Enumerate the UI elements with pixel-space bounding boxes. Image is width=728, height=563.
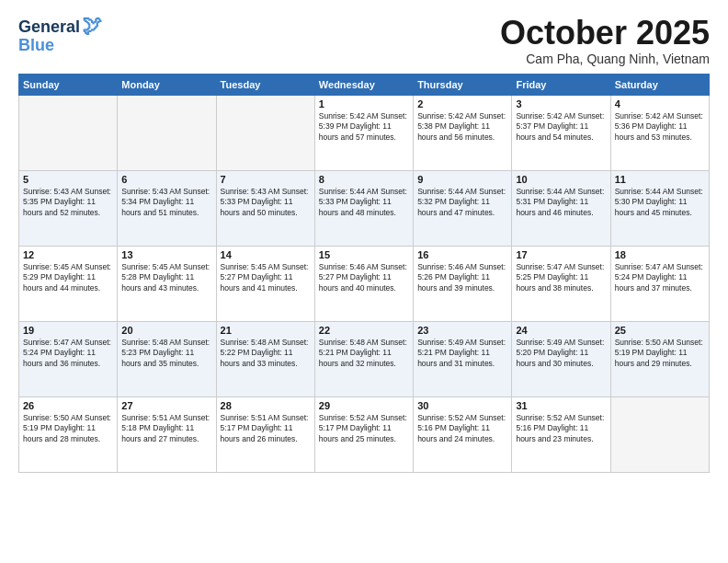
calendar: SundayMondayTuesdayWednesdayThursdayFrid… <box>18 74 710 473</box>
day-cell: 10Sunrise: 5:44 AM Sunset: 5:31 PM Dayli… <box>512 170 610 246</box>
day-number: 25 <box>615 325 705 336</box>
day-cell: 3Sunrise: 5:42 AM Sunset: 5:37 PM Daylig… <box>512 95 610 170</box>
day-cell <box>216 95 314 170</box>
day-info: Sunrise: 5:51 AM Sunset: 5:18 PM Dayligh… <box>121 413 211 446</box>
day-cell: 14Sunrise: 5:45 AM Sunset: 5:27 PM Dayli… <box>216 246 314 321</box>
day-info: Sunrise: 5:46 AM Sunset: 5:26 PM Dayligh… <box>417 262 507 295</box>
day-number: 17 <box>516 249 606 260</box>
day-number: 28 <box>221 400 311 411</box>
day-info: Sunrise: 5:44 AM Sunset: 5:32 PM Dayligh… <box>417 187 507 220</box>
header: General🕊 Blue October 2025 Cam Pha, Quan… <box>18 15 710 66</box>
day-number: 9 <box>417 174 507 185</box>
day-cell: 22Sunrise: 5:48 AM Sunset: 5:21 PM Dayli… <box>314 321 413 396</box>
day-info: Sunrise: 5:51 AM Sunset: 5:17 PM Dayligh… <box>221 413 311 446</box>
day-cell: 16Sunrise: 5:46 AM Sunset: 5:26 PM Dayli… <box>414 246 512 321</box>
day-info: Sunrise: 5:48 AM Sunset: 5:21 PM Dayligh… <box>319 338 409 371</box>
day-info: Sunrise: 5:43 AM Sunset: 5:35 PM Dayligh… <box>23 187 113 220</box>
day-info: Sunrise: 5:42 AM Sunset: 5:38 PM Dayligh… <box>417 111 507 144</box>
day-cell: 5Sunrise: 5:43 AM Sunset: 5:35 PM Daylig… <box>19 170 118 246</box>
day-cell: 9Sunrise: 5:44 AM Sunset: 5:32 PM Daylig… <box>414 170 512 246</box>
day-cell <box>19 95 118 170</box>
day-cell: 6Sunrise: 5:43 AM Sunset: 5:34 PM Daylig… <box>118 170 216 246</box>
day-number: 18 <box>615 249 705 260</box>
day-cell: 11Sunrise: 5:44 AM Sunset: 5:30 PM Dayli… <box>610 170 709 246</box>
week-row-1: 1Sunrise: 5:42 AM Sunset: 5:39 PM Daylig… <box>19 95 710 170</box>
day-info: Sunrise: 5:43 AM Sunset: 5:33 PM Dayligh… <box>221 187 311 220</box>
day-cell: 1Sunrise: 5:42 AM Sunset: 5:39 PM Daylig… <box>314 95 413 170</box>
day-info: Sunrise: 5:45 AM Sunset: 5:29 PM Dayligh… <box>23 262 113 295</box>
day-number: 14 <box>221 249 311 260</box>
day-info: Sunrise: 5:50 AM Sunset: 5:19 PM Dayligh… <box>23 413 113 446</box>
day-number: 13 <box>121 249 211 260</box>
day-cell: 27Sunrise: 5:51 AM Sunset: 5:18 PM Dayli… <box>118 396 216 472</box>
day-number: 3 <box>516 98 606 109</box>
week-row-2: 5Sunrise: 5:43 AM Sunset: 5:35 PM Daylig… <box>19 170 710 246</box>
day-number: 22 <box>319 325 409 336</box>
weekday-header-sunday: Sunday <box>19 74 118 95</box>
day-info: Sunrise: 5:43 AM Sunset: 5:34 PM Dayligh… <box>121 187 211 220</box>
month-title: October 2025 <box>500 15 710 52</box>
weekday-header-row: SundayMondayTuesdayWednesdayThursdayFrid… <box>19 74 710 95</box>
day-number: 6 <box>121 174 211 185</box>
logo: General🕊 Blue <box>18 15 102 53</box>
day-info: Sunrise: 5:48 AM Sunset: 5:22 PM Dayligh… <box>221 338 311 371</box>
day-info: Sunrise: 5:48 AM Sunset: 5:23 PM Dayligh… <box>121 338 211 371</box>
day-number: 16 <box>417 249 507 260</box>
day-cell: 21Sunrise: 5:48 AM Sunset: 5:22 PM Dayli… <box>216 321 314 396</box>
day-cell: 17Sunrise: 5:47 AM Sunset: 5:25 PM Dayli… <box>512 246 610 321</box>
day-info: Sunrise: 5:45 AM Sunset: 5:28 PM Dayligh… <box>121 262 211 295</box>
day-info: Sunrise: 5:42 AM Sunset: 5:36 PM Dayligh… <box>615 111 705 144</box>
day-number: 7 <box>221 174 311 185</box>
day-info: Sunrise: 5:44 AM Sunset: 5:33 PM Dayligh… <box>319 187 409 220</box>
day-cell: 31Sunrise: 5:52 AM Sunset: 5:16 PM Dayli… <box>512 396 610 472</box>
day-info: Sunrise: 5:47 AM Sunset: 5:25 PM Dayligh… <box>516 262 606 295</box>
day-number: 10 <box>516 174 606 185</box>
day-number: 24 <box>516 325 606 336</box>
day-cell: 18Sunrise: 5:47 AM Sunset: 5:24 PM Dayli… <box>610 246 709 321</box>
week-row-3: 12Sunrise: 5:45 AM Sunset: 5:29 PM Dayli… <box>19 246 710 321</box>
day-info: Sunrise: 5:46 AM Sunset: 5:27 PM Dayligh… <box>319 262 409 295</box>
day-info: Sunrise: 5:50 AM Sunset: 5:19 PM Dayligh… <box>615 338 705 371</box>
day-cell: 13Sunrise: 5:45 AM Sunset: 5:28 PM Dayli… <box>118 246 216 321</box>
weekday-header-friday: Friday <box>512 74 610 95</box>
day-number: 31 <box>516 400 606 411</box>
day-number: 4 <box>615 98 705 109</box>
logo-general: General🕊 <box>18 15 102 37</box>
weekday-header-saturday: Saturday <box>610 74 709 95</box>
weekday-header-wednesday: Wednesday <box>314 74 413 95</box>
logo-blue: Blue <box>18 37 54 53</box>
day-info: Sunrise: 5:44 AM Sunset: 5:30 PM Dayligh… <box>615 187 705 220</box>
day-info: Sunrise: 5:47 AM Sunset: 5:24 PM Dayligh… <box>615 262 705 295</box>
day-cell <box>118 95 216 170</box>
day-number: 27 <box>121 400 211 411</box>
day-number: 5 <box>23 174 113 185</box>
day-number: 30 <box>417 400 507 411</box>
day-info: Sunrise: 5:49 AM Sunset: 5:21 PM Dayligh… <box>417 338 507 371</box>
day-info: Sunrise: 5:44 AM Sunset: 5:31 PM Dayligh… <box>516 187 606 220</box>
day-cell: 30Sunrise: 5:52 AM Sunset: 5:16 PM Dayli… <box>414 396 512 472</box>
location: Cam Pha, Quang Ninh, Vietnam <box>500 52 710 66</box>
day-info: Sunrise: 5:52 AM Sunset: 5:17 PM Dayligh… <box>319 413 409 446</box>
day-cell: 28Sunrise: 5:51 AM Sunset: 5:17 PM Dayli… <box>216 396 314 472</box>
day-cell <box>610 396 709 472</box>
day-info: Sunrise: 5:42 AM Sunset: 5:39 PM Dayligh… <box>319 111 409 144</box>
day-cell: 15Sunrise: 5:46 AM Sunset: 5:27 PM Dayli… <box>314 246 413 321</box>
day-number: 15 <box>319 249 409 260</box>
day-cell: 8Sunrise: 5:44 AM Sunset: 5:33 PM Daylig… <box>314 170 413 246</box>
week-row-5: 26Sunrise: 5:50 AM Sunset: 5:19 PM Dayli… <box>19 396 710 472</box>
day-cell: 24Sunrise: 5:49 AM Sunset: 5:20 PM Dayli… <box>512 321 610 396</box>
day-cell: 7Sunrise: 5:43 AM Sunset: 5:33 PM Daylig… <box>216 170 314 246</box>
day-cell: 20Sunrise: 5:48 AM Sunset: 5:23 PM Dayli… <box>118 321 216 396</box>
day-cell: 12Sunrise: 5:45 AM Sunset: 5:29 PM Dayli… <box>19 246 118 321</box>
day-number: 8 <box>319 174 409 185</box>
page: General🕊 Blue October 2025 Cam Pha, Quan… <box>0 0 728 563</box>
day-info: Sunrise: 5:47 AM Sunset: 5:24 PM Dayligh… <box>23 338 113 371</box>
day-number: 11 <box>615 174 705 185</box>
day-cell: 29Sunrise: 5:52 AM Sunset: 5:17 PM Dayli… <box>314 396 413 472</box>
day-cell: 19Sunrise: 5:47 AM Sunset: 5:24 PM Dayli… <box>19 321 118 396</box>
weekday-header-thursday: Thursday <box>414 74 512 95</box>
day-number: 26 <box>23 400 113 411</box>
weekday-header-monday: Monday <box>118 74 216 95</box>
week-row-4: 19Sunrise: 5:47 AM Sunset: 5:24 PM Dayli… <box>19 321 710 396</box>
day-number: 20 <box>121 325 211 336</box>
